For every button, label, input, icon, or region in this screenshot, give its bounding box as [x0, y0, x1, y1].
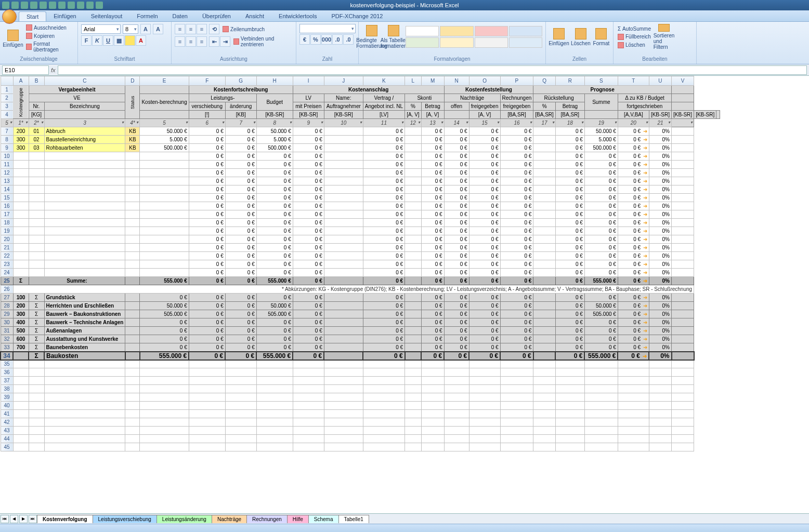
- sheet-tab[interactable]: Leistungsverschiebung: [93, 515, 157, 523]
- ribbon-tab-entwicklertools[interactable]: Entwicklertools: [271, 11, 324, 21]
- formula-input[interactable]: [58, 65, 807, 75]
- tab-nav-first[interactable]: ⏮: [1, 515, 9, 523]
- merge-button[interactable]: Verbinden und zentrieren: [232, 35, 293, 48]
- align-c[interactable]: ≡: [186, 36, 196, 47]
- cell-style[interactable]: [475, 37, 508, 48]
- fill-color-button[interactable]: [125, 35, 135, 46]
- sort-filter[interactable]: Sortieren und Filtern: [654, 24, 674, 50]
- underline-button[interactable]: U: [103, 35, 113, 46]
- table-format-button[interactable]: Als Tabelle formatieren: [384, 24, 403, 50]
- copy-button[interactable]: Kopieren: [25, 32, 74, 39]
- sheet-tab[interactable]: Nachträge: [212, 515, 247, 523]
- font-color-button[interactable]: A: [136, 35, 146, 46]
- sheet-tab[interactable]: Hilfe: [287, 515, 309, 523]
- sheet-tab[interactable]: Schema: [308, 515, 339, 523]
- ribbon-tab-einfügen[interactable]: Einfügen: [46, 11, 83, 21]
- inc-indent[interactable]: ⇥: [220, 36, 230, 47]
- insert-cells[interactable]: Einfügen: [549, 24, 569, 50]
- status-bar: [0, 524, 809, 532]
- font-name-combo[interactable]: Arial: [81, 24, 121, 34]
- window-title: kostenverfolgung-beispiel - Microsoft Ex…: [350, 2, 459, 8]
- sheet-tab[interactable]: Kostenverfolgung: [37, 515, 93, 523]
- cell-style[interactable]: [440, 37, 473, 48]
- ribbon-tab-daten[interactable]: Daten: [165, 11, 195, 21]
- bold-button[interactable]: F: [81, 35, 92, 46]
- dec-indent[interactable]: ⇤: [209, 36, 219, 47]
- cell-style[interactable]: [509, 37, 542, 48]
- align-mid[interactable]: ≡: [186, 24, 196, 34]
- italic-button[interactable]: K: [92, 35, 102, 46]
- ribbon-body: Einfügen Ausschneiden Kopieren Format üb…: [0, 22, 809, 64]
- worksheet-grid[interactable]: ABCDEFGHIJKLMNOPQRSTUV1KostengruppeVerga…: [0, 76, 809, 513]
- font-size-combo[interactable]: 8: [123, 24, 138, 34]
- cell-style[interactable]: [475, 26, 508, 36]
- ribbon-tab-formeln[interactable]: Formeln: [129, 11, 165, 21]
- formula-bar: E10 fx: [0, 64, 809, 76]
- fill[interactable]: Füllbereich: [617, 33, 652, 41]
- ribbon-tab-ansicht[interactable]: Ansicht: [238, 11, 271, 21]
- border-button[interactable]: ▦: [114, 35, 124, 46]
- orientation[interactable]: ⟲: [209, 24, 219, 34]
- number-format-combo[interactable]: [299, 24, 356, 33]
- cell-style[interactable]: [509, 26, 542, 36]
- shrink-font[interactable]: A: [153, 24, 163, 34]
- cond-format-button[interactable]: Bedingte Formatierung: [362, 24, 382, 50]
- percent[interactable]: %: [310, 34, 321, 45]
- currency[interactable]: €: [299, 34, 310, 45]
- align-bot[interactable]: ≡: [197, 24, 207, 34]
- ribbon-tab-überprüfen[interactable]: Überprüfen: [195, 11, 238, 21]
- tab-nav-prev[interactable]: ◀: [10, 515, 18, 523]
- sheet-tab[interactable]: Tabelle1: [338, 515, 369, 523]
- clear[interactable]: Löschen: [617, 42, 652, 49]
- ribbon-tab-pdf-xchange 2012[interactable]: PDF-XChange 2012: [324, 11, 390, 21]
- sheet-tab-bar: ⏮ ◀ ▶ ⏭ KostenverfolgungLeistungsverschi…: [0, 513, 809, 524]
- sheet-tab[interactable]: Rechnungen: [246, 515, 288, 523]
- qat[interactable]: [2, 2, 103, 9]
- cell-style[interactable]: [406, 26, 439, 36]
- dec-inc[interactable]: .0: [332, 34, 343, 45]
- name-box[interactable]: E10: [2, 65, 49, 75]
- grow-font[interactable]: A: [140, 24, 151, 34]
- ribbon-tab-seitenlayout[interactable]: Seitenlayout: [84, 11, 130, 21]
- delete-cells[interactable]: Löschen: [571, 24, 591, 50]
- cell-style[interactable]: [440, 26, 473, 36]
- autosum[interactable]: Σ AutoSumme: [617, 25, 652, 32]
- align-l[interactable]: ≡: [175, 36, 185, 47]
- format-painter-button[interactable]: Format übertragen: [25, 41, 74, 53]
- align-r[interactable]: ≡: [197, 36, 207, 47]
- align-top[interactable]: ≡: [175, 24, 185, 34]
- cut-button[interactable]: Ausschneiden: [25, 24, 74, 31]
- title-bar: kostenverfolgung-beispiel - Microsoft Ex…: [0, 0, 809, 10]
- dec-dec[interactable]: .0: [343, 34, 354, 45]
- ribbon-tabs: StartEinfügenSeitenlayoutFormelnDatenÜbe…: [0, 10, 809, 22]
- tab-nav-last[interactable]: ⏭: [29, 515, 37, 523]
- wrap-text[interactable]: Zeilenumbruch: [221, 25, 266, 33]
- tab-nav-next[interactable]: ▶: [19, 515, 28, 523]
- paste-button[interactable]: Einfügen: [3, 25, 23, 51]
- fx-icon[interactable]: fx: [51, 67, 56, 73]
- thousand[interactable]: 000: [321, 34, 332, 45]
- office-button[interactable]: [2, 9, 17, 24]
- format-cells[interactable]: Format: [593, 24, 610, 50]
- cell-style[interactable]: [406, 37, 439, 48]
- sheet-tab[interactable]: Leistungsänderung: [156, 515, 212, 523]
- ribbon-tab-start[interactable]: Start: [19, 11, 46, 21]
